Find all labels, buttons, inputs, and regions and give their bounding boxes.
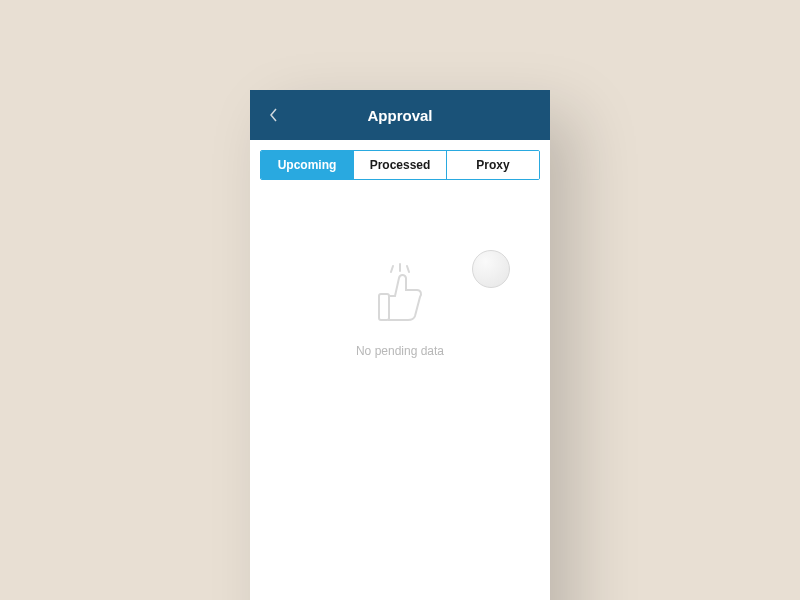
page-title: Approval bbox=[250, 107, 550, 124]
svg-line-0 bbox=[391, 266, 393, 272]
header-bar: Approval bbox=[250, 90, 550, 140]
svg-line-2 bbox=[407, 266, 409, 272]
app-screen: Approval Upcoming Processed Proxy No pen… bbox=[250, 90, 550, 600]
empty-state-message: No pending data bbox=[356, 344, 444, 358]
tab-processed[interactable]: Processed bbox=[354, 151, 447, 179]
back-button[interactable] bbox=[262, 103, 286, 127]
tab-upcoming[interactable]: Upcoming bbox=[261, 151, 354, 179]
floating-action-button[interactable] bbox=[472, 250, 510, 288]
chevron-left-icon bbox=[269, 107, 279, 123]
tab-bar: Upcoming Processed Proxy bbox=[260, 150, 540, 180]
content-area: No pending data bbox=[250, 180, 550, 580]
svg-rect-3 bbox=[379, 294, 389, 320]
thumbs-up-icon bbox=[365, 260, 435, 330]
tab-proxy[interactable]: Proxy bbox=[447, 151, 539, 179]
